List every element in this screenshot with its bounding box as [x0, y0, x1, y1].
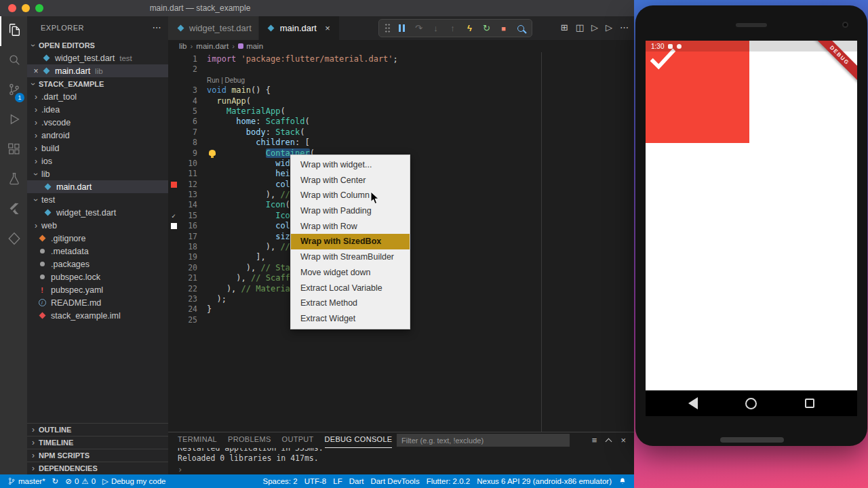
breadcrumb-main-dart[interactable]: main.dart	[196, 42, 229, 50]
status-branch[interactable]: master*	[4, 474, 49, 488]
tree-item-android[interactable]: ›android	[27, 129, 168, 142]
line-number[interactable]: 25	[179, 315, 197, 325]
activity-explorer[interactable]	[0, 16, 27, 46]
tab-main-dart[interactable]: main.dart ×	[259, 16, 340, 40]
status-devtools[interactable]: Dart DevTools	[367, 474, 422, 488]
line-number[interactable]: 19	[179, 252, 197, 262]
status-eol[interactable]: LF	[330, 474, 345, 488]
gutter[interactable]	[168, 304, 179, 314]
drag-handle-icon[interactable]	[384, 23, 391, 33]
line-number[interactable]: 3	[179, 85, 197, 96]
menu-item-wrap-with-column[interactable]: Wrap with Column	[291, 188, 410, 203]
tab-widget-test-dart[interactable]: widget_test.dart	[168, 16, 259, 40]
gutter[interactable]	[168, 252, 179, 262]
layout-icon[interactable]: ⊞	[561, 22, 568, 33]
breadcrumb-lib[interactable]: lib	[179, 42, 187, 50]
hot-reload-button[interactable]: ϟ	[461, 23, 478, 33]
tree-item-stack-example-iml[interactable]: stack_example.iml	[27, 309, 168, 322]
step-out-button[interactable]: ↑	[444, 23, 461, 33]
tree-item-ios[interactable]: ›ios	[27, 155, 168, 167]
step-into-button[interactable]: ↓	[427, 23, 444, 33]
line-number[interactable]: 2	[179, 64, 197, 75]
line-number[interactable]: 9	[179, 148, 197, 159]
line-number[interactable]: 24	[179, 304, 197, 314]
back-button[interactable]	[688, 397, 698, 409]
run-file-icon[interactable]: ▷	[591, 22, 598, 33]
more-actions-icon[interactable]: ⋯	[620, 22, 629, 33]
tree-item-main-dart[interactable]: main.dart	[27, 180, 168, 193]
gutter[interactable]	[168, 96, 179, 106]
gutter[interactable]	[168, 190, 179, 200]
tree-item-build[interactable]: ›build	[27, 142, 168, 155]
line-number[interactable]: 1	[179, 54, 197, 64]
gutter[interactable]	[168, 64, 179, 75]
open-editors-header[interactable]: › OPEN EDITORS	[27, 39, 168, 52]
line-number[interactable]: 18	[179, 242, 197, 252]
line-number[interactable]: 16	[179, 221, 197, 231]
code-editor[interactable]: 1import 'package:flutter/material.dart';…	[168, 52, 634, 432]
section-dependencies[interactable]: ›DEPENDENCIES	[27, 462, 168, 474]
close-editor-icon[interactable]: ×	[31, 66, 41, 76]
status-notifications[interactable]	[615, 474, 630, 488]
status-language[interactable]: Dart	[346, 474, 368, 488]
menu-item-extract-method[interactable]: Extract Method	[291, 296, 410, 311]
tree-item-test[interactable]: ›test	[27, 193, 168, 206]
tree-item-web[interactable]: ›web	[27, 219, 168, 232]
gutter[interactable]	[168, 138, 179, 148]
gutter[interactable]	[168, 148, 179, 159]
gutter[interactable]	[168, 117, 179, 127]
recents-button[interactable]	[805, 399, 814, 408]
gutter[interactable]	[168, 273, 179, 283]
breadcrumb-main[interactable]: main	[238, 42, 263, 50]
tree-item-dart-tool[interactable]: ›.dart_tool	[27, 90, 168, 103]
menu-item-wrap-with-widget[interactable]: Wrap with widget...	[291, 157, 410, 173]
activity-flutter[interactable]	[0, 195, 27, 225]
section-npm-scripts[interactable]: ›NPM SCRIPTS	[27, 449, 168, 462]
gutter[interactable]	[168, 284, 179, 294]
tree-item-readme-md[interactable]: iREADME.md	[27, 296, 168, 309]
gutter[interactable]	[168, 169, 179, 179]
line-number[interactable]: 8	[179, 138, 197, 148]
gutter[interactable]	[168, 127, 179, 138]
console-filter-input[interactable]	[397, 434, 570, 447]
line-number[interactable]: 12	[179, 180, 197, 190]
activity-testing[interactable]	[0, 165, 27, 195]
minimize-window-button[interactable]	[22, 4, 30, 12]
gutter[interactable]	[168, 232, 179, 242]
tree-item-metadata[interactable]: .metadata	[27, 245, 168, 258]
panel-tab-output[interactable]: OUTPUT	[282, 432, 314, 448]
status-problems[interactable]: ⊘0 ⚠0	[62, 474, 99, 488]
gutter[interactable]	[168, 106, 179, 117]
emulator-screen[interactable]: 1:30 DEBUG	[646, 41, 857, 416]
hot-restart-button[interactable]: ↻	[478, 23, 495, 33]
line-number[interactable]: 7	[179, 127, 197, 138]
home-button[interactable]	[745, 398, 757, 409]
step-over-button[interactable]: ↷	[410, 23, 427, 33]
menu-item-wrap-with-sizedbox[interactable]: Wrap with SizedBox	[291, 234, 410, 249]
gutter[interactable]	[168, 54, 179, 64]
tree-item-idea[interactable]: ›.idea	[27, 103, 168, 116]
line-number[interactable]: 5	[179, 106, 197, 117]
close-panel-icon[interactable]: ×	[620, 435, 626, 445]
activity-run-debug[interactable]	[0, 106, 27, 136]
widget-inspector-button[interactable]	[512, 25, 529, 32]
status-sync[interactable]: ↻	[49, 474, 62, 488]
gutter[interactable]	[168, 221, 179, 231]
menu-item-extract-widget[interactable]: Extract Widget	[291, 311, 410, 327]
tree-item-pubspec-lock[interactable]: pubspec.lock	[27, 270, 168, 283]
menu-item-wrap-with-padding[interactable]: Wrap with Padding	[291, 203, 410, 219]
codelens-run[interactable]: Run	[207, 77, 219, 84]
status-indentation[interactable]: Spaces: 2	[260, 474, 301, 488]
tree-item-lib[interactable]: ›lib	[27, 167, 168, 180]
status-device[interactable]: Nexus 6 API 29 (android-x86 emulator)	[473, 474, 615, 488]
gutter[interactable]	[168, 263, 179, 273]
menu-item-wrap-with-streambuilder[interactable]: Wrap with StreamBuilder	[291, 249, 410, 265]
open-editor-main-dart[interactable]: × main.dart lib	[27, 64, 168, 77]
line-number[interactable]: 13	[179, 190, 197, 200]
split-editor-icon[interactable]: ◫	[576, 22, 584, 33]
activity-search[interactable]	[0, 46, 27, 76]
line-number[interactable]: 23	[179, 294, 197, 304]
close-window-button[interactable]	[8, 4, 16, 12]
console-prompt[interactable]: ›	[178, 465, 634, 474]
line-number[interactable]: 10	[179, 159, 197, 169]
